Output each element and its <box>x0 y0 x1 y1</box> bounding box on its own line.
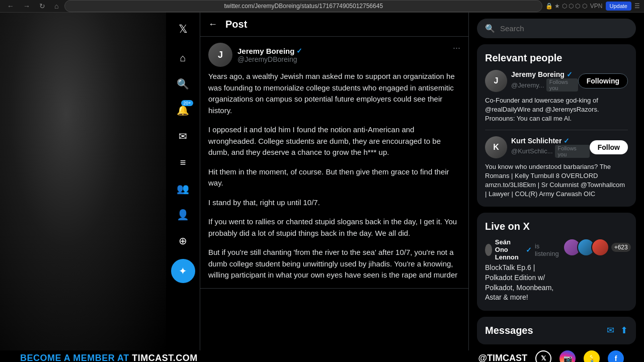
new-message-icon[interactable]: ✉ <box>607 325 614 336</box>
person-handle-kurt: @KurtSchlic... <box>511 147 553 155</box>
sidebar-item-lists[interactable]: ≡ <box>171 150 195 174</box>
live-verified-badge: ✓ <box>526 246 532 254</box>
update-button[interactable]: Update <box>606 2 631 11</box>
mail-icon: ✉ <box>179 130 187 142</box>
banner-white-text: TIMCAST.COM <box>132 353 198 362</box>
verified-badge-jeremy: ✓ <box>567 70 573 78</box>
live-on-x-widget: Live on X Seán Ono Lennon ✓ is listening… <box>477 213 636 310</box>
back-button[interactable]: ← <box>208 19 217 30</box>
refresh-button[interactable]: ↻ <box>36 0 48 12</box>
person-name-kurt: Kurt Schlichter ✓ <box>511 137 590 145</box>
tweet-container: J Jeremy Boreing ✓ @JeremyDBoreing ··· Y… <box>200 37 468 289</box>
person-item-jeremy: J Jeremy Boreing ✓ @Jeremy... Follows yo… <box>485 70 628 130</box>
search-input[interactable] <box>500 24 628 33</box>
relevant-people-widget: Relevant people J Jeremy Boreing ✓ @Jere… <box>477 44 636 207</box>
messages-widget[interactable]: Messages ✉ ⬆ <box>477 317 636 344</box>
sidebar-item-more[interactable]: ⊕ <box>171 229 195 253</box>
live-av-3 <box>591 238 609 256</box>
live-host-avatar <box>485 244 492 256</box>
sidebar-item-communities[interactable]: 👥 <box>171 176 195 201</box>
compose-button[interactable]: ✦ <box>171 259 195 283</box>
person-icon: 👤 <box>177 209 189 221</box>
tweet-author-details: Jeremy Boreing ✓ @JeremyDBoreing <box>237 47 302 63</box>
facebook-social-icon[interactable]: f <box>608 350 624 362</box>
instagram-social-icon[interactable]: 📷 <box>559 350 576 362</box>
person-avatar-jeremy[interactable]: J <box>485 70 507 92</box>
follows-you-badge-jeremy: Follows you <box>546 78 578 92</box>
url-bar[interactable] <box>64 0 542 12</box>
lamp-social-icon[interactable]: 💡 <box>584 350 600 362</box>
more-icon: ⊕ <box>179 235 187 247</box>
back-nav-button[interactable]: ← <box>4 0 17 12</box>
live-info: Seán Ono Lennon ✓ is listening BlockTalk… <box>485 238 559 302</box>
live-host-name: Seán Ono Lennon ✓ <box>495 238 532 261</box>
tweet-author-info: J Jeremy Boreing ✓ @JeremyDBoreing <box>208 43 302 67</box>
live-avatars: +623 <box>563 238 631 256</box>
tweet-author-name: Jeremy Boreing ✓ <box>237 47 302 55</box>
person-item-kurt: K Kurt Schlichter ✓ @KurtSchlic... Follo… <box>485 136 628 199</box>
person-bio-jeremy: Co-Founder and lowercase god-king of @re… <box>485 96 628 124</box>
video-placeholder <box>0 13 166 350</box>
menu-icon[interactable]: ☰ <box>634 3 640 10</box>
tweet-author-row: J Jeremy Boreing ✓ @JeremyDBoreing ··· <box>208 43 460 67</box>
x-social-icon[interactable]: 𝕏 <box>535 350 551 362</box>
messages-icons: ✉ ⬆ <box>607 325 628 336</box>
relevant-people-title: Relevant people <box>485 52 628 64</box>
banner-colored-text: BECOME A MEMBER AT <box>20 353 132 362</box>
tweet-paragraph-1: Years ago, a wealthy Jewish man asked me… <box>208 71 460 116</box>
vpn-label: VPN <box>590 3 603 10</box>
sidebar-item-profile[interactable]: 👤 <box>171 203 195 227</box>
left-sidebar: 𝕏 ⌂ 🔍 🔔 20+ ✉ ≡ 👥 👤 <box>166 13 200 350</box>
sidebar-item-home[interactable]: ⌂ <box>171 46 195 70</box>
person-bio-kurt: You know who understood barbarians? The … <box>485 162 628 199</box>
messages-title: Messages <box>485 325 533 336</box>
forward-nav-button[interactable]: → <box>20 0 33 12</box>
extension-icons: 🔒 ★ ⬡ ⬡ ⬡ ⬡ <box>545 3 587 10</box>
sidebar-item-notifications[interactable]: 🔔 20+ <box>171 98 195 122</box>
browser-chrome: ← → ↻ ⌂ 🔒 ★ ⬡ ⬡ ⬡ ⬡ VPN Update ☰ <box>0 0 644 13</box>
follow-button-kurt[interactable]: Follow <box>590 140 628 154</box>
person-handle-follows-kurt: @KurtSchlic... Follows you <box>511 145 590 158</box>
post-header: ← Post <box>200 13 468 37</box>
home-icon: ⌂ <box>180 52 186 64</box>
post-title: Post <box>225 19 247 30</box>
bottom-banner: BECOME A MEMBER AT TIMCAST.COM @TIMCAST … <box>0 350 644 362</box>
tweet-paragraph-3: Hit them in the moment, of course. But t… <box>208 166 460 189</box>
tweet-paragraph-2: I opposed it and told him I found the no… <box>208 124 460 158</box>
live-on-x-title: Live on X <box>485 221 628 232</box>
post-area: ← Post J Jeremy Boreing ✓ @JeremyDBorein… <box>200 13 469 350</box>
search-icon: 🔍 <box>177 78 189 90</box>
communities-icon: 👥 <box>177 183 189 195</box>
person-handle-jeremy: @Jeremy... <box>511 81 544 89</box>
expand-icon[interactable]: ⬆ <box>620 325 628 336</box>
search-icon: 🔍 <box>485 24 495 33</box>
notification-badge: 20+ <box>181 100 193 106</box>
person-info-kurt: Kurt Schlichter ✓ @KurtSchlic... Follows… <box>511 137 590 158</box>
tweet-author-handle: @JeremyDBoreing <box>237 55 302 63</box>
person-row-jeremy: J Jeremy Boreing ✓ @Jeremy... Follows yo… <box>485 70 628 92</box>
video-person <box>0 13 166 350</box>
follows-you-badge-kurt: Follows you <box>555 145 590 158</box>
right-sidebar: 🔍 Relevant people J Jeremy Boreing ✓ <box>469 13 644 350</box>
tweet-paragraph-6: But if you're still chanting 'from the r… <box>208 247 460 282</box>
main-area: 𝕏 ⌂ 🔍 🔔 20+ ✉ ≡ 👥 👤 <box>0 13 644 350</box>
live-listener-count: +623 <box>611 243 631 252</box>
banner-right: @TIMCAST 𝕏 📷 💡 f <box>478 350 624 362</box>
person-avatar-kurt[interactable]: K <box>485 136 507 158</box>
tweet-paragraph-4: I stand by that, right up until 10/7. <box>208 197 460 209</box>
live-avatar-stack <box>563 238 609 256</box>
following-button-jeremy[interactable]: Following <box>578 73 628 88</box>
person-handle-follows-jeremy: @Jeremy... Follows you <box>511 78 578 92</box>
tweet-author-avatar[interactable]: J <box>208 43 232 67</box>
search-bar[interactable]: 🔍 <box>477 19 636 38</box>
video-area <box>0 13 166 350</box>
compose-icon: ✦ <box>179 265 187 277</box>
sidebar-item-messages[interactable]: ✉ <box>171 124 195 148</box>
banner-handle: @TIMCAST <box>478 353 527 362</box>
person-row-kurt: K Kurt Schlichter ✓ @KurtSchlic... Follo… <box>485 136 628 158</box>
home-nav-button[interactable]: ⌂ <box>51 0 61 12</box>
live-row: Seán Ono Lennon ✓ is listening BlockTalk… <box>485 238 628 302</box>
x-logo[interactable]: 𝕏 <box>173 17 194 42</box>
sidebar-item-search[interactable]: 🔍 <box>171 72 195 96</box>
more-options-button[interactable]: ··· <box>453 43 460 53</box>
